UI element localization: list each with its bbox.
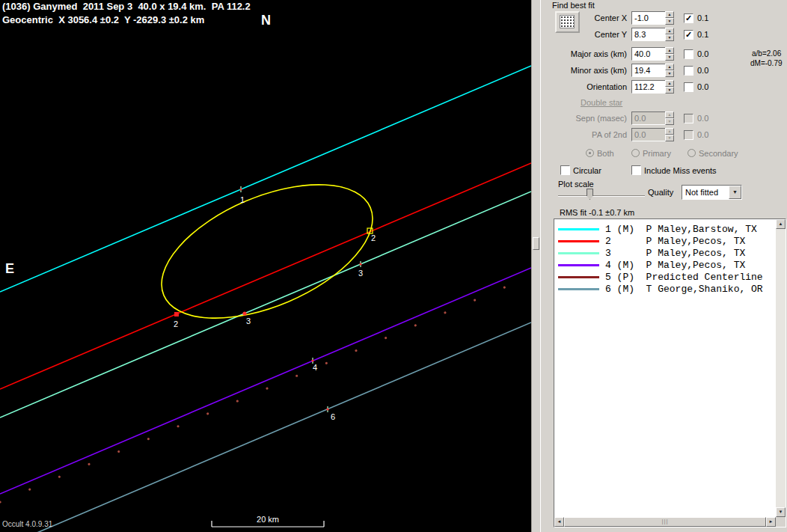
legend-row[interactable]: 4 (M) P Maley,Pecos, TX [554,259,776,271]
event-marker-dot-6 [326,408,328,410]
major-axis-input[interactable]: 40.0 [631,47,666,61]
north-label: N [261,13,271,28]
chord-line-1[interactable] [0,66,531,292]
chord-line-6[interactable] [0,322,531,532]
spin-up-icon[interactable]: ▲ [665,80,674,87]
spin-down-icon[interactable]: ▼ [665,54,674,61]
spin-up-icon[interactable]: ▲ [665,64,674,70]
chord-line-4[interactable] [0,268,531,494]
minor-axis-input[interactable]: 19.4 [631,64,666,77]
scroll-left-icon[interactable]: ◄ [554,517,564,527]
legend-text: 5 (P) Predicted Centerline [605,272,763,283]
both-radio[interactable] [586,149,594,157]
center-y-input[interactable]: 8.3 [631,28,666,41]
legend-text: 6 (M) T George,Shaniko, OR [605,284,763,295]
plot-scale-slider-track[interactable] [558,195,645,197]
pa-of-2nd-fit-checkbox [684,130,693,140]
minor-axis-fit-checkbox[interactable] [684,66,693,76]
include-miss-events-checkbox[interactable] [631,165,641,175]
spin-up-icon[interactable]: ▲ [665,28,674,34]
east-label: E [5,261,14,277]
major-axis-value: 40.0 [634,49,650,58]
quality-value: Not fitted [685,188,718,197]
pa-of-2nd-input: 0.0 [631,128,666,141]
include-miss-events-label: Include Miss events [644,166,717,175]
event-marker-3[interactable] [242,311,246,315]
primary-radio-label: Primary [643,149,671,158]
dropdown-arrow-icon[interactable]: ▼ [729,186,741,199]
plot-title-line1: (1036) Ganymed 2011 Sep 3 40.0 x 19.4 km… [2,1,251,12]
quality-label: Quality [648,188,673,197]
scalebar-label: 20 km [257,515,279,524]
orientation-label: Orientation [541,82,627,91]
center-x-spinner[interactable]: ▲ ▼ [665,11,674,25]
sepn-label: Sepn (masec) [541,114,627,123]
primary-radio[interactable] [631,149,640,157]
legend-color-line [558,240,599,242]
plot-scale-label: Plot scale [558,180,594,189]
center-y-fit-checkbox[interactable]: ✓ [684,30,693,40]
major-axis-fit-checkbox[interactable] [684,49,693,59]
legend-color-line [558,264,599,266]
circular-checkbox[interactable] [560,165,570,175]
legend-text: 2 P Maley,Pecos, TX [605,236,745,247]
spin-down-icon[interactable]: ▼ [665,34,674,41]
plot-area[interactable]: 122334620 km (1036) Ganymed 2011 Sep 3 4… [0,0,531,532]
legend-row[interactable]: 5 (P) Predicted Centerline [554,271,776,283]
center-y-value: 8.3 [634,30,646,39]
orientation-spinner[interactable]: ▲ ▼ [665,80,674,94]
spin-down-icon[interactable]: ▼ [665,70,674,77]
axis-ratio-label: a/b=2.06 [752,49,781,58]
spin-down-icon[interactable]: ▼ [665,87,674,94]
double-star-label: Double star [581,98,622,107]
spin-up-icon[interactable]: ▲ [665,11,674,18]
splitter-grip[interactable] [533,237,539,250]
center-x-value: -1.0 [634,13,649,22]
legend-color-line [558,252,599,254]
spin-up-icon[interactable]: ▲ [665,47,674,54]
horizontal-scrollbar[interactable]: ◄ ► ||| [554,517,776,527]
secondary-radio[interactable] [688,149,696,157]
marker-label-2: 2 [371,233,376,242]
center-x-fit-checkbox[interactable]: ✓ [684,13,693,23]
magnitude-drop-label: dM=-0.79 [750,59,783,67]
event-marker-dot-1 [239,188,242,190]
plot-scale-slider-thumb[interactable] [587,189,593,200]
legend-row[interactable]: 1 (M) P Maley,Barstow, TX [554,223,776,235]
minor-axis-step-label: 0.0 [697,66,708,75]
marker-label-3: 3 [358,269,363,278]
both-radio-label: Both [597,149,614,158]
chord-line-2[interactable] [0,163,531,389]
occultation-plot-svg: 122334620 km [0,0,531,532]
scrollbar-thumb[interactable]: ||| [564,517,766,527]
center-x-step-label: 0.1 [697,13,708,22]
quality-dropdown[interactable]: Not fitted ▼ [682,185,742,200]
asteroid-ellipse[interactable] [142,157,391,346]
legend-text: 3 P Maley,Pecos, TX [605,248,745,259]
minor-axis-spinner[interactable]: ▲ ▼ [665,64,674,77]
event-marker-dot-4 [311,359,313,361]
scroll-down-icon[interactable]: ▼ [776,507,786,517]
major-axis-spinner[interactable]: ▲ ▼ [665,47,674,61]
fit-control-panel: Find best fit Center X -1.0 ▲ ▼ ✓ 0.1 Ce… [540,0,787,532]
scroll-up-icon[interactable]: ▲ [776,219,786,229]
orientation-input[interactable]: 112.2 [631,80,666,94]
rms-fit-label: RMS fit -0.1 ±0.7 km [560,208,634,217]
center-y-spinner[interactable]: ▲ ▼ [665,28,674,41]
center-x-input[interactable]: -1.0 [631,11,666,25]
event-marker-2[interactable] [174,312,179,317]
scroll-right-icon[interactable]: ► [766,517,776,527]
legend-row[interactable]: 3 P Maley,Pecos, TX [554,247,776,259]
vertical-scrollbar[interactable]: ▲ ▼ [776,219,786,517]
splitter[interactable] [531,0,540,532]
legend-row[interactable]: 2 P Maley,Pecos, TX [554,235,776,247]
event-marker-dot-3 [359,263,361,265]
legend-rows: 1 (M) P Maley,Barstow, TX2 P Maley,Pecos… [554,223,776,295]
pa-of-2nd-spinner: ▲ ▼ [665,128,674,141]
legend-row[interactable]: 6 (M) T George,Shaniko, OR [554,283,776,295]
orientation-fit-checkbox[interactable] [684,82,693,92]
orientation-value: 112.2 [634,82,655,91]
chord-line-3[interactable] [0,192,531,418]
spin-down-icon[interactable]: ▼ [665,18,674,25]
chords-list[interactable]: 1 (M) P Maley,Barstow, TX2 P Maley,Pecos… [554,218,786,528]
